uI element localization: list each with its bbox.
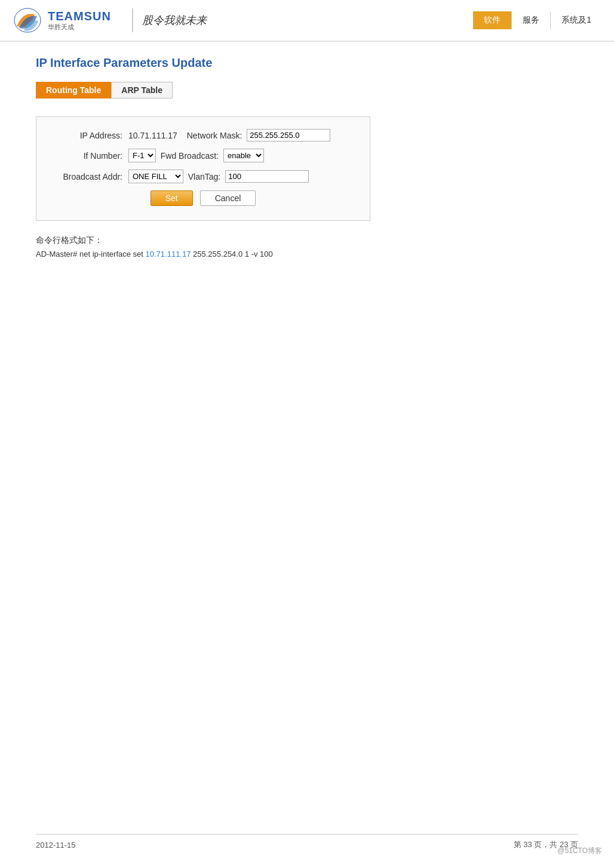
cmd-prefix: AD-Master# net ip-interface set	[36, 250, 146, 258]
cmd-label: 命令行格式如下：	[36, 235, 578, 246]
logo-area: TEAMSUN 华胜天成	[12, 5, 111, 35]
tab-routing-table[interactable]: Routing Table	[36, 82, 111, 99]
logo-sub: 华胜天成	[48, 23, 111, 31]
broadcast-addr-label: Broadcast Addr:	[51, 172, 122, 181]
nav-menu: 软件 服务 系统及1	[473, 11, 602, 29]
ip-address-value: 10.71.111.17	[128, 131, 177, 140]
slogan: 股令我就未来	[142, 13, 207, 27]
network-mask-input[interactable]	[247, 129, 330, 141]
watermark: @51CTO博客	[557, 846, 602, 856]
footer-date: 2012-11-15	[36, 841, 76, 849]
page-title: IP Interface Parameters Update	[36, 56, 578, 70]
btn-row: Set Cancel	[51, 190, 355, 206]
logo-name: TEAMSUN	[48, 9, 111, 23]
nav-item-system[interactable]: 系统及1	[550, 11, 602, 29]
cmd-line: AD-Master# net ip-interface set 10.71.11…	[36, 250, 578, 258]
cancel-button[interactable]: Cancel	[200, 190, 256, 206]
logo-icon	[12, 5, 43, 35]
nav-item-software[interactable]: 软件	[473, 11, 511, 29]
form-row-broadcast: Broadcast Addr: ONE FILL ZERO FILL VlanT…	[51, 170, 355, 183]
cmd-suffix: 255.255.254.0 1 -v 100	[191, 250, 272, 258]
tabs: Routing Table ARP Table	[36, 82, 578, 99]
footer: 2012-11-15 第 33 页，共 23 页	[36, 834, 578, 850]
vlantag-label: VlanTag:	[188, 172, 220, 181]
set-button[interactable]: Set	[151, 190, 193, 206]
nav-item-service[interactable]: 服务	[511, 11, 550, 29]
if-number-label: If Number:	[51, 151, 122, 161]
fwd-broadcast-label: Fwd Broadcast:	[161, 151, 219, 161]
ip-address-label: IP Address:	[51, 131, 122, 140]
logo-text: TEAMSUN 华胜天成	[48, 9, 111, 31]
network-mask-label: Network Mask:	[187, 131, 242, 140]
cmd-highlight: 10.71.111.17	[146, 250, 191, 258]
content: IP Interface Parameters Update Routing T…	[0, 42, 614, 273]
form-row-ip: IP Address: 10.71.111.17 Network Mask:	[51, 129, 355, 141]
tab-arp-table[interactable]: ARP Table	[111, 82, 173, 99]
if-number-select[interactable]: F-1 F-2	[128, 149, 156, 162]
fwd-broadcast-select[interactable]: enable disable	[223, 149, 264, 162]
header-divider	[132, 8, 133, 32]
header: TEAMSUN 华胜天成 股令我就未来 软件 服务 系统及1	[0, 0, 614, 42]
broadcast-addr-select[interactable]: ONE FILL ZERO FILL	[128, 170, 183, 183]
form-row-if: If Number: F-1 F-2 Fwd Broadcast: enable…	[51, 149, 355, 162]
form-section: IP Address: 10.71.111.17 Network Mask: I…	[36, 116, 370, 221]
vlantag-input[interactable]	[225, 170, 309, 183]
